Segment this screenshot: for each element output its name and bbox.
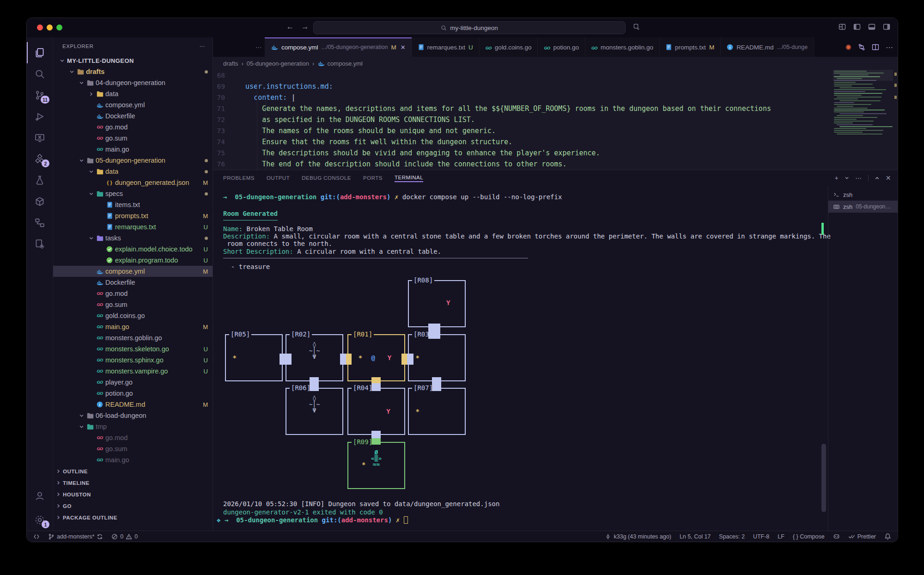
explorer-more-actions-icon[interactable]: ⋯ [200,43,205,49]
command-center-search[interactable]: my-little-dungeon [313,21,626,34]
tree-item-main-go[interactable]: GOmain.go [53,144,213,155]
notifications[interactable] [884,533,891,540]
panel-tab-ports[interactable]: PORTS [363,175,383,181]
tree-item-go-mod[interactable]: GOgo.mod [53,288,213,299]
activity-explorer[interactable] [27,42,53,63]
tree-item-explain-model-choice-todo[interactable]: explain.model.choice.todoU [53,244,213,255]
tree-item-06-load-dungeon[interactable]: 06-load-dungeon [53,410,213,421]
tree-item-compose-yml[interactable]: compose.ymlM [53,266,213,277]
minimap[interactable] [833,70,893,141]
tab-remarques-txt[interactable]: remarques.txtU [412,37,480,57]
maximize-panel-icon[interactable] [875,176,880,181]
terminal-instance-zsh-container[interactable]: zsh05-dungeon… [828,201,898,213]
editor-more-actions-icon[interactable]: ⋯ [886,43,893,52]
tab-monsters-goblin-go[interactable]: GOmonsters.goblin.go [585,37,660,57]
tree-item-readme-md[interactable]: README.mdM [53,399,213,410]
close-window-button[interactable] [37,24,43,31]
activity-run-debug[interactable] [27,106,53,127]
tree-item-my-little-dungeon[interactable]: MY-LITTLE-DUNGEON [53,55,213,66]
activity-settings[interactable]: 1 [27,509,53,531]
activity-package[interactable] [27,191,53,212]
problems-status[interactable]: 00 [111,533,138,540]
tree-item-go-mod[interactable]: GOgo.mod [53,432,213,443]
tree-item-items-txt[interactable]: items.txt [53,199,213,210]
tab-overflow-icon[interactable]: ⋯ [255,37,262,57]
tree-item-dockerfile[interactable]: Dockerfile [53,277,213,288]
tab-readme-md[interactable]: README.md.../05-dunge [721,37,814,57]
new-terminal-icon[interactable]: + [835,174,839,182]
zoom-window-button[interactable] [56,24,62,31]
commit-status[interactable]: k33g (43 minutes ago) [605,533,671,540]
encoding[interactable]: UTF-8 [753,533,769,540]
tree-item-05-dungeon-generation[interactable]: 05-dungeon-generation [53,155,213,166]
cursor-position[interactable]: Ln 5, Col 17 [680,533,711,540]
section-outline[interactable]: OUTLINE [53,465,213,477]
activity-network[interactable] [27,212,53,233]
tree-item-go-sum[interactable]: GOgo.sum [53,299,213,310]
remote-window-indicator-icon[interactable] [633,23,640,30]
activity-containers[interactable]: 2 [27,148,53,170]
close-tab-icon[interactable]: ✕ [401,44,406,51]
tree-item-main-go[interactable]: GOmain.go [53,454,213,465]
tree-item-compose-yml[interactable]: compose.yml [53,99,213,110]
tree-item-tmp[interactable]: tmp [53,421,213,432]
tree-item-data[interactable]: data [53,88,213,99]
navigate-back-button[interactable]: ← [285,22,296,31]
tree-item-drafts[interactable]: drafts [53,66,213,77]
panel-more-actions-icon[interactable]: ⋯ [855,174,862,182]
tree-item-prompts-txt[interactable]: prompts.txtM [53,210,213,221]
customize-layout-icon[interactable] [839,23,846,31]
tree-item-monsters-goblin-go[interactable]: GOmonsters.goblin.go [53,332,213,343]
tree-item-specs[interactable]: specs [53,188,213,199]
terminal-scrollbar[interactable] [821,444,826,512]
compare-changes-icon[interactable] [858,43,865,51]
tab-compose-yml[interactable]: compose.yml.../05-dungeon-generationM✕ [265,37,412,57]
tree-item-go-mod[interactable]: GOgo.mod [53,122,213,133]
terminal[interactable]: → 05-dungeon-generation git:(add-monster… [213,186,828,531]
language-mode[interactable]: { } Compose [793,533,825,540]
tree-item-monsters-vampire-go[interactable]: GOmonsters.vampire.goU [53,366,213,377]
tree-item-monsters-sphinx-go[interactable]: GOmonsters.sphinx.goU [53,355,213,366]
breadcrumb-drafts[interactable]: drafts [223,60,238,67]
copilot-status[interactable] [833,533,840,540]
tab-potion-go[interactable]: GOpotion.go [538,37,585,57]
tree-item-monsters-skeleton-go[interactable]: GOmonsters.skeleton.goU [53,343,213,355]
split-editor-icon[interactable] [872,43,879,51]
tree-item-dungeon-generated-json[interactable]: { }dungeon_generated.jsonM [53,177,213,188]
tree-item-potion-go[interactable]: GOpotion.go [53,388,213,399]
branch-status[interactable]: add-monsters* [48,533,103,540]
tree-item-go-sum[interactable]: GOgo.sum [53,443,213,454]
panel-tab-terminal[interactable]: TERMINAL [395,175,423,181]
extension-action-icon[interactable]: ✺ [845,43,851,52]
code-editor[interactable]: 6869 user.instructions.md:70 content: |7… [213,70,898,170]
tree-item-gold-coins-go[interactable]: GOgold.coins.go [53,310,213,321]
tree-item-04-dungeon-generation[interactable]: 04-dungeon-generation [53,77,213,88]
breadcrumb-05-dungeon-generation[interactable]: 05-dungeon-generation [247,60,309,67]
panel-tab-output[interactable]: OUTPUT [267,175,290,181]
activity-testing[interactable] [27,170,53,191]
tree-item-remarques-txt[interactable]: remarques.txtU [53,221,213,232]
activity-search[interactable] [27,63,53,85]
panel-tab-problems[interactable]: PROBLEMS [223,175,255,181]
tree-item-player-go[interactable]: GOplayer.go [53,377,213,388]
toggle-secondary-sidebar-icon[interactable] [883,23,890,31]
section-houston[interactable]: HOUSTON [53,489,213,500]
toggle-primary-sidebar-icon[interactable] [853,23,861,31]
terminal-profile-chevron-icon[interactable] [845,176,849,180]
toggle-panel-icon[interactable] [868,23,875,31]
activity-project-config[interactable] [27,233,53,255]
activity-remote-explorer[interactable] [27,127,53,148]
formatter-status[interactable]: Prettier [848,533,876,540]
terminal-instance-zsh[interactable]: zsh [828,189,898,201]
tree-item-go-sum[interactable]: GOgo.sum [53,133,213,144]
panel-tab-debug-console[interactable]: DEBUG CONSOLE [302,175,351,181]
close-panel-icon[interactable]: ✕ [886,174,891,182]
breadcrumb-compose-yml[interactable]: compose.yml [317,60,363,67]
section-package-outline[interactable]: PACKAGE OUTLINE [53,512,213,523]
tab-prompts-txt[interactable]: prompts.txtM [660,37,721,57]
section-timeline[interactable]: TIMELINE [53,477,213,489]
indentation[interactable]: Spaces: 2 [719,533,745,540]
tree-item-explain-program-todo[interactable]: explain.program.todoU [53,255,213,266]
remote-indicator[interactable] [33,533,40,540]
navigate-forward-button[interactable]: → [299,22,310,31]
